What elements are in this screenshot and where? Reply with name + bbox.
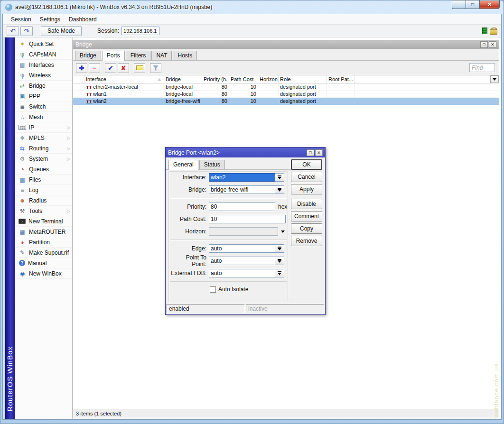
table-row[interactable]: ether2-master-localbridge-local8010desig… [73, 83, 499, 91]
sidebar-item-interfaces[interactable]: ▤Interfaces [15, 60, 72, 70]
sidebar-item-make-supout-rif[interactable]: ✎Make Supout.rif [15, 248, 72, 258]
cell-root-path [327, 98, 355, 104]
column-header-role[interactable]: Role [279, 75, 327, 83]
edge-input[interactable]: auto [209, 244, 275, 253]
bridge-window-controls: □✕ [479, 41, 496, 48]
column-header-bridge[interactable]: Bridge [164, 75, 202, 83]
point-to-point-input[interactable]: auto [209, 257, 275, 265]
dialog-titlebar[interactable]: Bridge Port <wlan2> □✕ [166, 147, 325, 157]
sidebar-item-radius[interactable]: ☻Radius [15, 195, 72, 206]
sidebar-item-new-terminal[interactable]: ›New Terminal [15, 216, 72, 227]
interface-name: wlan1 [93, 91, 107, 97]
column-header-root-pat[interactable]: Root Pat... [327, 75, 355, 83]
sidebar-item-quick-set[interactable]: ✶Quick Set [15, 39, 72, 49]
cancel-button[interactable]: Cancel [291, 172, 322, 182]
dialog-tab-status[interactable]: Status [199, 160, 225, 169]
menu-item-dashboard[interactable]: Dashboard [65, 15, 101, 24]
sidebar-item-label: MPLS [29, 135, 45, 141]
copy-button[interactable]: Copy [291, 223, 322, 234]
enable-button[interactable]: ✔ [105, 63, 116, 73]
interface-input[interactable]: wlan2 [209, 173, 275, 182]
find-input[interactable] [469, 63, 495, 72]
sidebar-item-system[interactable]: ⚙System▷ [15, 154, 72, 164]
disable-button[interactable]: Disable [291, 199, 322, 209]
add-button[interactable]: ✚ [76, 63, 87, 73]
table-row[interactable]: wlan1bridge-local8010designated port [73, 91, 499, 98]
filter-button[interactable] [150, 63, 161, 73]
mesh-icon: ∴ [19, 114, 26, 120]
external-fdb-dropdown-button[interactable] [275, 269, 284, 277]
close-button[interactable]: ✕ [489, 41, 496, 48]
dialog-tab-general[interactable]: General [168, 160, 198, 170]
tab-hosts[interactable]: Hosts [173, 51, 197, 60]
point-to-point-dropdown-button[interactable] [275, 257, 284, 265]
sidebar-item-label: Routing [29, 145, 48, 152]
restore-button[interactable]: □ [307, 149, 314, 156]
sidebar-item-metarouter[interactable]: ▦MetaROUTER [15, 227, 72, 237]
sidebar-item-tools[interactable]: ⚒Tools▷ [15, 206, 72, 216]
sidebar-item-manual[interactable]: ?Manual [15, 258, 72, 268]
sidebar-item-log[interactable]: ≡Log [15, 185, 72, 195]
redo-button[interactable]: ↷ [20, 26, 33, 36]
apply-button[interactable]: Apply [291, 184, 322, 194]
field-row-edge: Edge:auto [169, 244, 288, 253]
radius-icon: ☻ [19, 197, 26, 204]
auto-isolate-checkbox[interactable] [210, 286, 216, 293]
column-header-flag[interactable] [73, 75, 84, 83]
disable-button[interactable]: ✘ [118, 63, 129, 73]
bridge-dropdown-button[interactable] [275, 185, 284, 194]
bridge-window-titlebar[interactable]: Bridge □✕ [73, 40, 499, 49]
sidebar-item-capsman[interactable]: ψCAPsMAN [15, 49, 72, 60]
tab-bridge[interactable]: Bridge [75, 51, 101, 60]
auto-isolate-row: Auto Isolate [210, 286, 288, 293]
dropdown-arrow-icon[interactable] [281, 230, 285, 233]
close-button[interactable]: ✕ [315, 149, 323, 156]
menu-item-session[interactable]: Session [7, 15, 36, 24]
ok-button[interactable]: OK [291, 159, 322, 170]
menu-item-settings[interactable]: Settings [36, 15, 65, 24]
field-row-external-fdb: External FDB:auto [169, 269, 288, 277]
ip-icon: 255 [19, 125, 26, 130]
sidebar-item-files[interactable]: ▆Files [15, 175, 72, 185]
tab-nat[interactable]: NAT [151, 51, 172, 60]
sidebar-item-ip[interactable]: 255IP▷ [15, 122, 72, 133]
close-button[interactable]: ✕ [479, 0, 500, 9]
sidebar-item-queues[interactable]: ◔Queues [15, 164, 72, 175]
horizon-input[interactable] [209, 227, 278, 236]
sidebar-item-ppp[interactable]: ▣PPP [15, 91, 72, 101]
minimize-button[interactable]: — [452, 0, 466, 9]
remove-button[interactable]: Remove [291, 236, 322, 246]
priority-input[interactable]: 80 [209, 203, 275, 211]
column-header-filler [355, 75, 490, 83]
sidebar-item-partition[interactable]: ◕Partition [15, 237, 72, 248]
restore-button[interactable]: □ [480, 41, 488, 48]
edge-dropdown-button[interactable] [275, 244, 284, 253]
table-row[interactable]: wlan2bridge-free-wifi8010designated port [73, 98, 499, 105]
comment-button[interactable] [134, 63, 145, 73]
column-header-horizon[interactable]: Horizon [258, 75, 279, 83]
column-chooser-button[interactable] [490, 75, 499, 83]
comment-button[interactable]: Comment [291, 211, 322, 221]
column-header-path-cost[interactable]: Path Cost [229, 75, 258, 83]
maximize-button[interactable]: □ [466, 0, 479, 9]
sidebar-item-new-winbox[interactable]: ◉New WinBox [15, 268, 72, 279]
safe-mode-button[interactable]: Safe Mode [41, 26, 82, 36]
tab-ports[interactable]: Ports [102, 51, 125, 61]
sidebar-item-wireless[interactable]: ψWireless [15, 70, 72, 81]
undo-button[interactable]: ↶ [7, 26, 19, 36]
column-header-interface[interactable]: Interface [84, 75, 164, 83]
sidebar-item-mpls[interactable]: ❖MPLS▷ [15, 133, 72, 143]
column-header-priority-h[interactable]: Priority (h... [202, 75, 229, 83]
remove-button[interactable]: − [89, 63, 100, 73]
interface-dropdown-button[interactable] [275, 173, 284, 182]
sidebar-item-switch[interactable]: ≣Switch [15, 101, 72, 112]
sidebar-item-routing[interactable]: ⇆Routing▷ [15, 143, 72, 154]
path-cost-input[interactable]: 10 [209, 215, 286, 223]
sidebar-item-bridge[interactable]: ⇄Bridge [15, 81, 72, 91]
sidebar-item-mesh[interactable]: ∴Mesh [15, 112, 72, 122]
session-input[interactable] [121, 27, 159, 35]
watermark: weblance.com.ua [493, 363, 500, 418]
bridge-input[interactable]: bridge-free-wifi [209, 185, 275, 194]
external-fdb-input[interactable]: auto [209, 269, 275, 277]
tab-filters[interactable]: Filters [126, 51, 151, 60]
